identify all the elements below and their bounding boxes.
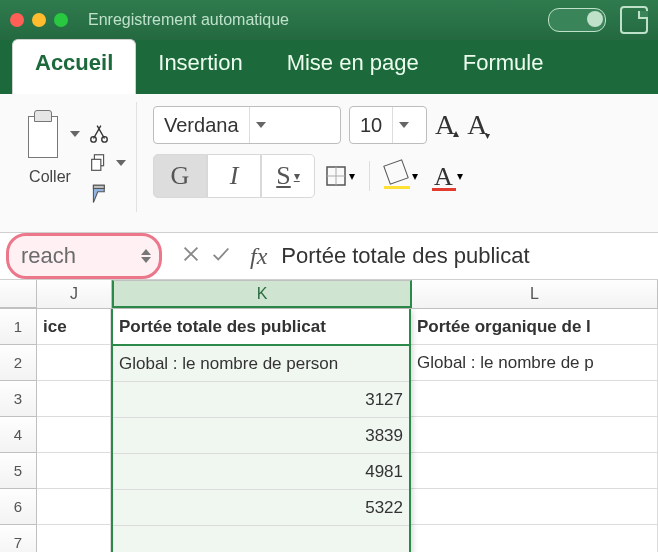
- cell[interactable]: [411, 453, 658, 489]
- formula-input[interactable]: Portée totale des publicat: [281, 243, 529, 269]
- row-headers: 1 2 3 4 5 6 7: [0, 309, 37, 552]
- svg-rect-3: [92, 159, 101, 170]
- tab-formule[interactable]: Formule: [441, 40, 566, 94]
- row-header[interactable]: 5: [0, 453, 36, 489]
- cell[interactable]: [37, 381, 111, 417]
- tab-accueil[interactable]: Accueil: [12, 39, 136, 94]
- row-header[interactable]: 1: [0, 309, 36, 345]
- paste-label: Coller: [29, 168, 71, 186]
- row-header[interactable]: 3: [0, 381, 36, 417]
- autosave-toggle[interactable]: [548, 8, 606, 32]
- ribbon-tabs: Accueil Insertion Mise en page Formule: [0, 40, 658, 94]
- grow-font[interactable]: A▴: [435, 109, 459, 141]
- row-header[interactable]: 7: [0, 525, 36, 552]
- minimize-window[interactable]: [32, 13, 46, 27]
- fx-label[interactable]: fx: [250, 243, 267, 270]
- name-box[interactable]: reach: [6, 233, 162, 279]
- cut-button[interactable]: [88, 122, 126, 144]
- row-header[interactable]: 6: [0, 489, 36, 525]
- autosave-label: Enregistrement automatique: [88, 11, 289, 29]
- cell[interactable]: [411, 489, 658, 525]
- cell[interactable]: 5322: [113, 490, 409, 526]
- cell[interactable]: 4981: [113, 454, 409, 490]
- cell[interactable]: [411, 525, 658, 552]
- paste-dropdown[interactable]: [70, 131, 80, 137]
- formula-bar: reach fx Portée totale des publicat: [0, 233, 658, 280]
- tab-insertion[interactable]: Insertion: [136, 40, 264, 94]
- cell[interactable]: [37, 417, 111, 453]
- bold-button[interactable]: G: [153, 154, 207, 198]
- italic-button[interactable]: I: [207, 154, 261, 198]
- save-icon[interactable]: [620, 6, 648, 34]
- format-painter[interactable]: [88, 182, 126, 212]
- fill-color-button[interactable]: ▾: [376, 162, 426, 190]
- cell[interactable]: [37, 489, 111, 525]
- spreadsheet: J K L 1 2 3 4 5 6 7 ice Portée totale de…: [0, 280, 658, 552]
- cell[interactable]: [37, 453, 111, 489]
- cell[interactable]: 3127: [113, 382, 409, 418]
- row-header[interactable]: 4: [0, 417, 36, 453]
- cancel-edit[interactable]: [180, 243, 202, 269]
- select-all[interactable]: [0, 280, 37, 308]
- svg-rect-4: [93, 185, 104, 188]
- cell[interactable]: [113, 526, 409, 552]
- cell[interactable]: Portée totale des publicat: [113, 309, 409, 346]
- border-button[interactable]: ▾: [315, 163, 363, 189]
- cell[interactable]: [411, 417, 658, 453]
- font-color-button[interactable]: A▾: [426, 162, 471, 190]
- ribbon: Coller Verdana 10 A▴ A▾ G I S▾ ▾ ▾ A▾: [0, 94, 658, 233]
- cell[interactable]: ice: [37, 309, 111, 345]
- cell[interactable]: [37, 345, 111, 381]
- paste-button[interactable]: [20, 106, 64, 162]
- confirm-edit[interactable]: [210, 243, 232, 269]
- zoom-window[interactable]: [54, 13, 68, 27]
- font-family-select[interactable]: Verdana: [153, 106, 341, 144]
- font-size-select[interactable]: 10: [349, 106, 427, 144]
- cell[interactable]: [411, 381, 658, 417]
- titlebar: Enregistrement automatique: [0, 0, 658, 40]
- bucket-icon: [384, 162, 412, 190]
- cell[interactable]: Global : le nombre de person: [113, 346, 409, 382]
- underline-button[interactable]: S▾: [261, 154, 315, 198]
- close-window[interactable]: [10, 13, 24, 27]
- col-header-L[interactable]: L: [412, 280, 658, 308]
- row-header[interactable]: 2: [0, 345, 36, 381]
- col-header-K[interactable]: K: [112, 280, 412, 308]
- col-header-J[interactable]: J: [37, 280, 112, 308]
- tab-mise-en-page[interactable]: Mise en page: [265, 40, 441, 94]
- cell[interactable]: Global : le nombre de p: [411, 345, 658, 381]
- shrink-font[interactable]: A▾: [467, 109, 490, 141]
- cell[interactable]: 3839: [113, 418, 409, 454]
- copy-button[interactable]: [88, 152, 126, 174]
- cell[interactable]: [37, 525, 111, 552]
- cell[interactable]: Portée organique de l: [411, 309, 658, 345]
